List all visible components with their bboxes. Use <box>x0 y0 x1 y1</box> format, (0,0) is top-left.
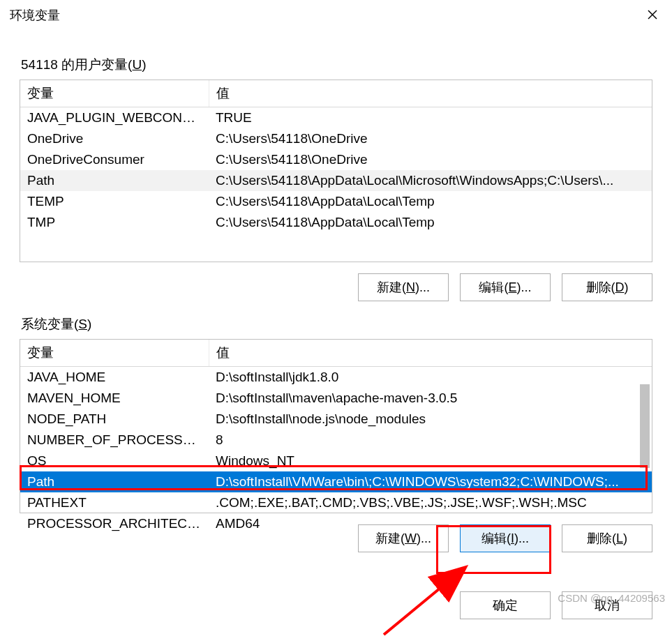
user-edit-button[interactable]: 编辑(E)... <box>460 273 551 301</box>
table-row[interactable]: PathD:\softInstall\VMWare\bin\;C:\WINDOW… <box>20 471 652 492</box>
table-row[interactable]: OSWindows_NT <box>20 451 652 471</box>
table-row[interactable]: JAVA_PLUGIN_WEBCONTRO...TRUE <box>20 107 652 129</box>
table-row[interactable]: TMPC:\Users\54118\AppData\Local\Temp <box>20 212 652 233</box>
user-col-name[interactable]: 变量 <box>20 80 209 107</box>
watermark: CSDN @qq_44209563 <box>558 592 665 604</box>
table-row[interactable]: NUMBER_OF_PROCESSORS8 <box>20 430 652 451</box>
user-delete-button[interactable]: 删除(D) <box>562 273 652 301</box>
user-col-value[interactable]: 值 <box>209 80 652 107</box>
table-row[interactable]: OneDriveC:\Users\54118\OneDrive <box>20 128 652 149</box>
user-new-button[interactable]: 新建(N)... <box>358 273 449 301</box>
table-row[interactable]: OneDriveConsumerC:\Users\54118\OneDrive <box>20 149 652 170</box>
system-vars-table[interactable]: 变量 值 JAVA_HOMED:\softInstall\jdk1.8.0 MA… <box>20 339 652 513</box>
table-row[interactable]: PathC:\Users\54118\AppData\Local\Microso… <box>20 170 652 191</box>
system-vars-label: 系统变量(S) <box>21 315 652 333</box>
sys-col-value[interactable]: 值 <box>209 340 652 367</box>
close-button[interactable] <box>633 4 672 27</box>
table-row[interactable]: PATHEXT.COM;.EXE;.BAT;.CMD;.VBS;.VBE;.JS… <box>20 492 652 513</box>
user-vars-label: 54118 的用户变量(U) <box>21 56 652 74</box>
table-row[interactable]: TEMPC:\Users\54118\AppData\Local\Temp <box>20 191 652 212</box>
user-vars-buttons: 新建(N)... 编辑(E)... 删除(D) <box>20 273 652 301</box>
table-row[interactable]: PROCESSOR_ARCHITECTUREAMD64 <box>20 513 652 534</box>
window-title: 环境变量 <box>10 7 60 24</box>
ok-button[interactable]: 确定 <box>460 591 551 619</box>
table-row[interactable]: NODE_PATHD:\softInstall\node.js\node_mod… <box>20 409 652 430</box>
sys-col-name[interactable]: 变量 <box>20 340 209 367</box>
system-vars-scrollbar[interactable] <box>638 340 652 513</box>
table-row[interactable]: JAVA_HOMED:\softInstall\jdk1.8.0 <box>20 367 652 388</box>
close-icon <box>647 9 658 20</box>
user-vars-table[interactable]: 变量 值 JAVA_PLUGIN_WEBCONTRO...TRUE OneDri… <box>20 80 652 262</box>
scrollbar-thumb[interactable] <box>640 384 650 468</box>
table-row[interactable]: MAVEN_HOMED:\softInstall\maven\apache-ma… <box>20 388 652 409</box>
titlebar: 环境变量 <box>0 0 672 31</box>
